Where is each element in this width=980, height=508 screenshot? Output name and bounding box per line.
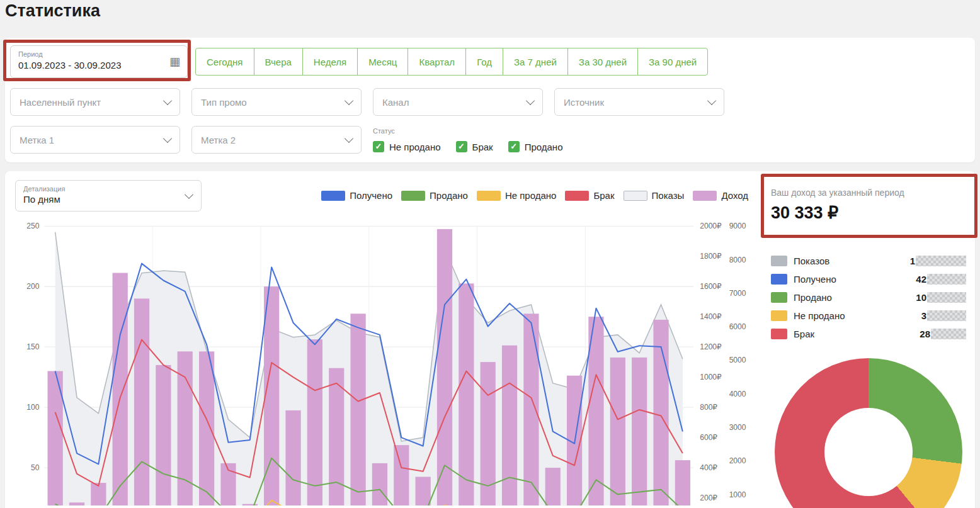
quick-range-button[interactable]: За 90 дней [637,48,708,76]
legend-label: Не продано [505,190,557,201]
period-label: Период [18,50,162,59]
svg-text:9000: 9000 [729,222,746,230]
summary-swatch [771,256,787,266]
calendar-grid-icon[interactable] [169,55,180,69]
summary-legend-row: Брак28 [771,325,966,343]
summary-value: 1 [910,256,966,266]
summary-swatch [771,329,787,339]
svg-text:4000: 4000 [729,390,746,398]
checkbox-label: Не продано [389,142,441,152]
chevron-down-icon [526,96,535,105]
status-checkbox[interactable]: ✓Брак [456,141,493,152]
statistics-card: Детализация По дням ПолученоПроданоНе пр… [5,171,975,508]
censored-pixels [931,329,966,339]
legend-label: Продано [430,190,468,201]
censored-pixels [916,256,966,266]
select-placeholder: Источник [564,97,604,108]
filter-select[interactable]: Источник [554,88,724,116]
svg-text:3000: 3000 [729,423,746,432]
summary-label: Продано [794,292,832,303]
legend-item: Продано [401,190,468,201]
series-bar [156,365,171,505]
quick-range-button[interactable]: Вчера [254,48,303,76]
legend-item: Показы [624,190,685,201]
checkbox-label: Продано [525,142,563,152]
detail-select-value: По дням [23,194,178,205]
chart-header: Детализация По дням ПолученоПроданоНе пр… [15,180,751,212]
summary-legend-row: Показов1 [771,252,966,270]
filters-panel: Период 01.09.2023 - 30.09.2023 СегодняВч… [5,38,975,162]
detail-select-label: Детализация [23,184,178,193]
income-title: Ваш доход за указанный период [771,188,966,198]
filter-select[interactable]: Населенный пункт [10,88,180,116]
series-bar [632,358,647,505]
status-checkbox[interactable]: ✓Продано [508,141,563,152]
filter-select[interactable]: Метка 1 [10,126,180,154]
series-bar [394,445,409,505]
legend-label: Показы [652,190,685,201]
series-bar [134,298,149,505]
series-bar [459,283,474,505]
chevron-down-icon [707,96,716,105]
quick-range-button[interactable]: Квартал [407,48,466,76]
quick-range-button[interactable]: Сегодня [195,48,254,76]
legend-swatch [624,191,647,201]
censored-pixels [927,310,966,321]
legend-swatch [401,191,425,201]
filter-select[interactable]: Метка 2 [191,126,362,154]
svg-text:50: 50 [31,463,40,472]
donut-ring [775,358,962,508]
svg-text:2000₽: 2000₽ [700,222,722,230]
checkbox-label: Брак [472,142,493,152]
summary-label: Брак [794,329,814,339]
svg-text:150: 150 [26,342,39,351]
checkbox-checked-icon[interactable]: ✓ [456,141,467,152]
quick-range-button[interactable]: Месяц [357,48,408,76]
quick-range-button[interactable]: За 30 дней [567,48,638,76]
legend-label: Брак [593,190,614,201]
quick-range-button[interactable]: Год [465,48,503,76]
series-bar [69,502,84,505]
chevron-down-icon [185,190,193,199]
page-title: Статистика [5,1,100,21]
filter-select[interactable]: Тип промо [191,88,362,116]
summary-swatch [771,310,787,321]
svg-text:2000: 2000 [729,456,746,465]
checkbox-checked-icon[interactable]: ✓ [373,141,384,152]
summary-value-digits: 42 [916,274,926,285]
filters-row-selects-1: Населенный пунктТип промоКаналИсточник [10,88,970,116]
chart-area: Детализация По дням ПолученоПроданоНе пр… [15,180,751,508]
filter-select[interactable]: Канал [373,88,543,116]
series-bar [523,313,538,505]
detail-select[interactable]: Детализация По дням [15,180,202,212]
summary-swatch [771,274,787,285]
status-filter: Статус ✓Не продано✓Брак✓Продано [373,126,563,152]
summary-legend-row: Получено42 [771,270,966,288]
income-summary: Ваш доход за указанный период 30 333 ₽ [771,188,966,223]
svg-text:1600₽: 1600₽ [700,282,722,291]
chevron-down-icon [345,134,353,143]
checkbox-checked-icon[interactable]: ✓ [508,141,520,152]
quick-range-button[interactable]: Неделя [302,48,358,76]
series-bar [675,460,690,505]
svg-text:800₽: 800₽ [700,403,717,412]
svg-text:1800₽: 1800₽ [700,252,722,261]
quick-range-button[interactable]: За 7 дней [503,48,568,76]
svg-text:1000: 1000 [729,490,746,499]
summary-label: Показов [794,256,829,266]
legend-item: Доход [693,190,748,201]
status-checkbox[interactable]: ✓Не продано [373,141,441,152]
summary-value-digits: 28 [920,329,930,339]
tag-selects: Метка 1Метка 2 [10,126,362,154]
series-bar [416,477,431,505]
income-side-panel: Ваш доход за указанный период 30 333 ₽ П… [751,180,975,508]
summary-value: 3 [921,310,966,321]
summary-value: 28 [920,329,966,339]
summary-value-digits: 1 [910,256,915,266]
summary-value-digits: 10 [916,292,926,303]
series-bar [372,463,387,505]
svg-text:250: 250 [26,222,39,230]
svg-text:200₽: 200₽ [700,494,717,502]
period-field[interactable]: Период 01.09.2023 - 30.09.2023 [10,45,188,78]
censored-pixels [927,274,966,285]
